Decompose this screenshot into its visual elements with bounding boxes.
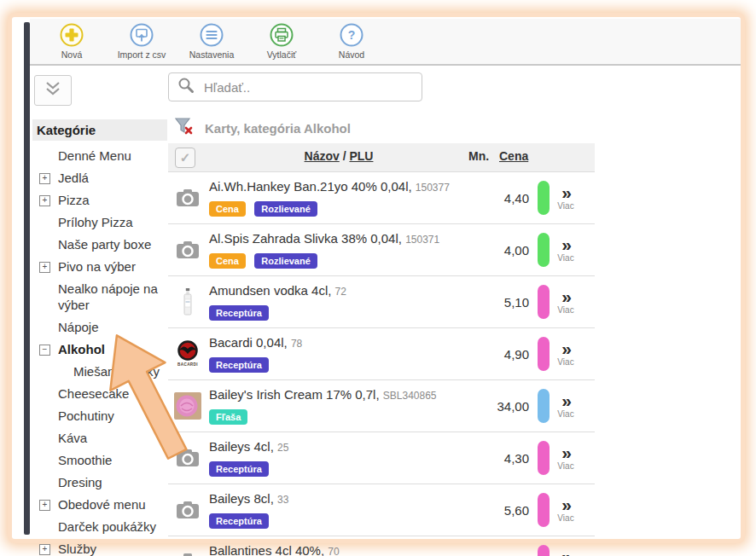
tag-badge[interactable]: Fľaša xyxy=(209,409,247,425)
tool-label: Nastavenia xyxy=(189,49,235,60)
tag-badge[interactable]: Cena xyxy=(209,201,246,217)
table-row[interactable]: BACARDI Bacardi 0,04l, 78 Receptúra 4,90… xyxy=(168,327,595,379)
table-row[interactable]: Al.Spis Zahrada Slivka 38% 0,04l, 150371… xyxy=(168,223,595,275)
more-button[interactable]: » Viac xyxy=(552,445,579,471)
tag-badge[interactable]: Cena xyxy=(209,253,246,269)
more-button[interactable]: » Viac xyxy=(552,497,579,523)
tag-badge[interactable]: Receptúra xyxy=(209,305,269,321)
sidebar-item-jedla[interactable]: +Jedlá xyxy=(32,167,167,189)
sidebar-item-kava[interactable]: Káva xyxy=(32,427,167,449)
table-row[interactable]: Amundsen vodka 4cl, 72 Receptúra 5,10 » … xyxy=(168,275,595,327)
sidebar-item-smoothie[interactable]: Smoothie xyxy=(32,449,167,472)
help-button[interactable]: ? Návod xyxy=(317,23,387,60)
sort-by-name-link[interactable]: Názov xyxy=(305,149,340,163)
more-label: Viac xyxy=(552,461,579,471)
sidebar-item-pochutiny[interactable]: Pochutiny xyxy=(32,405,167,427)
new-button[interactable]: Nová xyxy=(37,23,107,60)
product-plu: 72 xyxy=(335,286,346,298)
more-button[interactable]: » Viac xyxy=(552,237,579,263)
help-icon: ? xyxy=(340,23,363,47)
select-all-checkbox[interactable]: ✓ xyxy=(175,148,195,168)
table-row[interactable]: Ai.Wh.Hankey Ban.21yo 40% 0,04l, 150377 … xyxy=(168,171,595,223)
sidebar-item-pizza[interactable]: +Pizza xyxy=(32,189,167,211)
tag-badge[interactable]: Receptúra xyxy=(209,461,269,477)
camera-icon xyxy=(172,495,203,525)
expand-icon[interactable]: + xyxy=(39,544,50,555)
tag-badge[interactable]: Rozlievané xyxy=(254,201,317,217)
tool-label: Nová xyxy=(61,49,83,60)
product-plu: 150377 xyxy=(416,182,450,194)
sidebar-item-denne-menu[interactable]: Denné Menu xyxy=(32,145,167,167)
expand-icon[interactable]: + xyxy=(39,262,50,273)
more-button[interactable]: » Viac xyxy=(552,341,579,367)
sidebar-item-prilohy-pizza[interactable]: Prílohy Pizza xyxy=(32,211,167,234)
status-bar xyxy=(538,285,550,319)
sidebar-item-dresing[interactable]: Dresing xyxy=(32,472,167,494)
sidebar-item-sluzby[interactable]: +Služby xyxy=(32,538,167,556)
product-table: ✓ Názov / PLU Mn. Cena Ai.Wh.Hankey Ban.… xyxy=(168,143,595,556)
chevron-right-icon: » xyxy=(552,185,579,200)
more-label: Viac xyxy=(552,357,579,367)
settings-button[interactable]: Nastavenia xyxy=(177,23,247,60)
tag-badge[interactable]: Receptúra xyxy=(209,513,269,529)
table-row[interactable]: Baileys 8cl, 33 Receptúra 5,60 » Viac xyxy=(168,484,595,536)
window-edge-strip xyxy=(24,22,30,535)
column-header-name: Názov / PLU xyxy=(262,149,416,163)
product-plu: SBL340865 xyxy=(383,390,437,402)
remove-filter-icon[interactable] xyxy=(175,118,194,139)
camera-icon xyxy=(172,235,203,265)
svg-text:BACARDI: BACARDI xyxy=(177,362,198,367)
more-button[interactable]: » Viac xyxy=(552,549,579,556)
toolbar: Nová Import z csv Nastavenia Vytlačiť ? … xyxy=(30,19,741,66)
price-value: 34,00 xyxy=(497,399,529,414)
search-input[interactable] xyxy=(202,79,402,96)
print-button[interactable]: Vytlačiť xyxy=(247,23,317,60)
chevron-right-icon: » xyxy=(552,497,579,513)
sidebar-item-darcek-poukazky[interactable]: Darček poukážky xyxy=(32,516,167,538)
expand-icon[interactable]: + xyxy=(39,195,50,206)
sidebar-header: Kategórie xyxy=(32,119,167,141)
sidebar-item-nealko-napoje[interactable]: Nealko nápoje na výber xyxy=(32,278,167,316)
sidebar-item-pivo-na-vyber[interactable]: +Pivo na výber xyxy=(32,256,167,278)
category-sidebar: Kategórie Denné Menu +Jedlá +Pizza Prílo… xyxy=(32,119,167,556)
sidebar-collapse-button[interactable] xyxy=(34,75,72,106)
status-bar xyxy=(538,181,550,215)
table-row[interactable]: Baileys 4cl, 25 Receptúra 4,30 » Viac xyxy=(168,431,595,484)
price-value: 4,40 xyxy=(504,191,529,206)
status-bar xyxy=(538,233,550,267)
category-list: Denné Menu +Jedlá +Pizza Prílohy Pizza N… xyxy=(32,145,167,556)
tag-badge[interactable]: Rozlievané xyxy=(254,253,317,269)
sort-by-price-link[interactable]: Cena xyxy=(499,149,528,163)
sidebar-item-miesane-drinky[interactable]: Miešané drinky xyxy=(32,361,167,383)
price-value: 4,90 xyxy=(504,347,529,362)
expand-icon[interactable]: + xyxy=(39,173,50,184)
product-plu: 150371 xyxy=(405,234,439,246)
status-bar xyxy=(538,389,550,423)
collapse-icon[interactable]: − xyxy=(39,345,50,356)
sort-by-plu-link[interactable]: PLU xyxy=(349,149,373,163)
sidebar-item-cheesecake[interactable]: Cheesecake xyxy=(32,383,167,405)
import-csv-button[interactable]: Import z csv xyxy=(107,23,177,60)
search-icon xyxy=(177,77,195,97)
status-bar xyxy=(538,337,550,371)
sidebar-item-obedove-menu[interactable]: +Obedové menu xyxy=(32,494,167,516)
more-label: Viac xyxy=(552,253,579,263)
section-header: Karty, kategória Alkohol xyxy=(175,118,351,139)
tool-label: Návod xyxy=(339,49,364,60)
table-row[interactable]: Ballantines 4cl 40%, 70 Receptúra 5,90 »… xyxy=(168,536,595,556)
price-value: 4,00 xyxy=(504,243,529,258)
more-button[interactable]: » Viac xyxy=(552,185,579,211)
tag-badge[interactable]: Receptúra xyxy=(209,357,269,373)
sidebar-item-napoje[interactable]: Nápoje xyxy=(32,316,167,339)
tool-label: Import z csv xyxy=(118,49,166,60)
camera-icon xyxy=(172,443,203,473)
more-button[interactable]: » Viac xyxy=(552,289,579,315)
table-row[interactable]: Bailey's Irish Cream 17% 0,7l, SBL340865… xyxy=(168,379,595,431)
sidebar-item-nase-party-boxe[interactable]: Naše party boxe xyxy=(32,234,167,256)
expand-icon[interactable]: + xyxy=(39,500,50,511)
search-box xyxy=(168,72,422,101)
chevron-right-icon: » xyxy=(552,237,579,252)
chevron-right-icon: » xyxy=(552,549,579,556)
sidebar-item-alkohol[interactable]: −Alkohol xyxy=(32,339,167,361)
more-button[interactable]: » Viac xyxy=(552,393,579,419)
